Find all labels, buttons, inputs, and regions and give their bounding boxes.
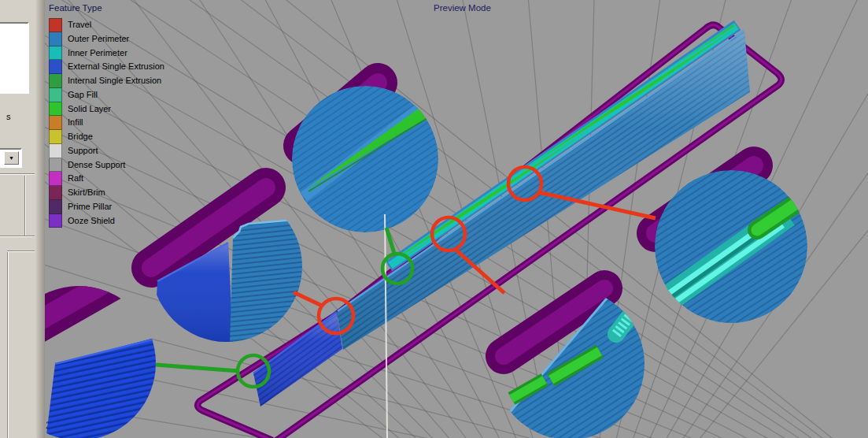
- legend-item-external-single-extrusion: External Single Extrusion: [49, 60, 164, 74]
- layer-dropdown[interactable]: ▼: [0, 148, 22, 168]
- legend-item-infill: Infill: [49, 116, 164, 130]
- leader-green-left: [156, 365, 239, 371]
- color-swatch: [49, 46, 62, 61]
- magnifier-circle-gap-fill: [292, 83, 438, 232]
- legend-item-solid-layer: Solid Layer: [49, 102, 164, 117]
- magnifier-circle-solid-layer: [504, 288, 652, 438]
- preview-window: 2: 3.90: [0, 0, 868, 438]
- groupbox-divider: [7, 252, 9, 438]
- color-swatch: [49, 186, 62, 200]
- legend-item-travel: Travel: [49, 18, 164, 32]
- dropdown-button[interactable]: ▼: [4, 151, 19, 165]
- color-swatch: [49, 130, 62, 144]
- leader-green-top: [386, 228, 395, 256]
- legend-item-inner-perimeter: Inner Perimeter: [49, 46, 164, 61]
- legend-item-gap-fill: Gap Fill: [49, 88, 164, 102]
- groupbox-divider: [0, 173, 35, 175]
- feature-type-legend: Feature Type Travel Outer Perimeter Inne…: [49, 3, 164, 228]
- legend-item-internal-single-extrusion: Internal Single Extrusion: [49, 74, 164, 88]
- color-swatch: [49, 158, 62, 173]
- legend-item-ooze-shield: Ooze Shield: [49, 214, 164, 228]
- groupbox-divider: [24, 176, 26, 236]
- panel-splitter[interactable]: [36, 0, 45, 438]
- legend-item-bridge: Bridge: [49, 130, 164, 144]
- legend-item-raft: Raft: [49, 172, 164, 186]
- color-swatch: [49, 88, 62, 102]
- color-swatch: [49, 32, 62, 46]
- legend-item-outer-perimeter: Outer Perimeter: [49, 32, 164, 46]
- axis-line: [385, 214, 387, 438]
- process-listbox[interactable]: [0, 22, 29, 94]
- leader-red-left: [294, 292, 322, 306]
- magnifier-circle-wall-junction: [151, 187, 304, 343]
- preview-mode-label: Preview Mode: [434, 3, 491, 13]
- legend-item-support: Support: [49, 144, 164, 158]
- legend-item-prime-pillar: Prime Pillar: [49, 200, 164, 214]
- magnifier-circle-inner-perimeter: [645, 165, 807, 323]
- legend-item-skirt-brim: Skirt/Brim: [49, 186, 164, 200]
- left-panel: s ▼: [0, 0, 45, 438]
- color-swatch: [49, 116, 62, 130]
- groupbox-divider: [0, 236, 35, 237]
- groupbox-divider: [7, 251, 35, 252]
- color-swatch: [49, 18, 62, 32]
- color-swatch: [49, 172, 62, 186]
- chevron-down-icon: ▼: [9, 155, 14, 161]
- legend-item-dense-support: Dense Support: [49, 158, 164, 173]
- truncated-label: s: [6, 112, 11, 121]
- color-swatch: [49, 214, 62, 228]
- color-swatch: [49, 144, 62, 158]
- legend-title: Feature Type: [49, 3, 164, 13]
- color-swatch: [49, 74, 62, 88]
- color-swatch: [49, 60, 62, 74]
- color-swatch: [49, 200, 62, 214]
- color-swatch: [49, 102, 62, 117]
